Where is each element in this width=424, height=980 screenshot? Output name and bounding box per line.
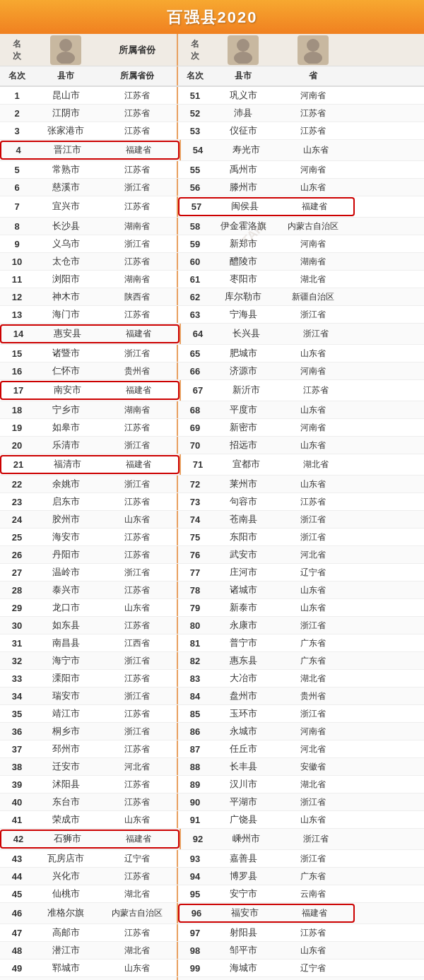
cell-city: 温岭市 bbox=[34, 565, 98, 581]
cell-city2: 闽侯县 bbox=[213, 199, 276, 215]
cell-prov2: 河北省 bbox=[274, 741, 352, 757]
table-row: 16仁怀市贵州省66济源市河南省 bbox=[0, 362, 424, 380]
cell-rank2: 64 bbox=[181, 326, 215, 341]
cell-city2: 海城市 bbox=[212, 960, 274, 976]
table-row: 2江阴市江苏省52沛县江苏省 bbox=[0, 105, 424, 122]
table-row: 27温岭市浙江省77庄河市辽宁省 bbox=[0, 564, 424, 581]
cell-rank: 13 bbox=[0, 307, 34, 322]
cell-prov: 浙江省 bbox=[98, 236, 177, 252]
cell-rank2: 86 bbox=[178, 724, 212, 739]
cell-prov2: 河南省 bbox=[274, 420, 352, 436]
cell-prov2: 贵州省 bbox=[274, 688, 352, 704]
rank2-header-icon: 名次 bbox=[178, 34, 212, 66]
cell-rank2: 81 bbox=[178, 636, 212, 651]
cell-city: 荣成市 bbox=[34, 812, 98, 828]
cell-rank: 5 bbox=[0, 163, 34, 177]
cell-prov: 陕西省 bbox=[98, 289, 177, 305]
cell-prov: 江苏省 bbox=[98, 88, 177, 104]
cell-rank: 33 bbox=[0, 671, 34, 686]
cell-prov: 浙江省 bbox=[98, 565, 177, 581]
cell-city: 潜江市 bbox=[34, 943, 98, 959]
cell-prov2: 新疆自治区 bbox=[274, 289, 352, 305]
cell-city2: 新泰市 bbox=[212, 600, 274, 616]
cell-city2: 济源市 bbox=[212, 363, 274, 379]
cell-city2: 汉川市 bbox=[212, 777, 274, 793]
cell-rank2: 59 bbox=[178, 237, 212, 252]
cell-city: 邳州市 bbox=[34, 741, 98, 757]
cell-city: 瓦房店市 bbox=[34, 851, 98, 867]
cell-rank: 4 bbox=[1, 143, 35, 158]
table-row: 4晋江市福建省54寿光市山东省 bbox=[0, 140, 424, 161]
cell-city: 石狮市 bbox=[35, 831, 99, 847]
table-row: 43瓦房店市辽宁省93嘉善县浙江省 bbox=[0, 850, 424, 868]
cell-city: 丹阳市 bbox=[34, 547, 98, 563]
cell-rank2: 79 bbox=[178, 601, 212, 615]
table-row: 42石狮市福建省92嵊州市浙江省 bbox=[0, 829, 424, 850]
cell-city2: 醴陵市 bbox=[212, 254, 274, 270]
cell-rank: 38 bbox=[0, 760, 34, 774]
rank2-icon-label: 名次 bbox=[191, 38, 199, 62]
person-svg-right bbox=[230, 37, 257, 64]
cell-city: 长沙县 bbox=[34, 218, 98, 235]
cell-rank: 6 bbox=[0, 180, 34, 195]
cell-rank2: 92 bbox=[181, 832, 215, 846]
cell-rank2: 82 bbox=[178, 654, 212, 668]
cell-prov: 浙江省 bbox=[98, 346, 177, 362]
table-row: 3张家港市江苏省53仪征市江苏省 bbox=[0, 122, 424, 140]
cell-city2: 滕州市 bbox=[212, 179, 274, 196]
cell-city2: 大冶市 bbox=[212, 671, 274, 687]
cell-rank: 41 bbox=[0, 813, 34, 827]
cell-prov: 福建省 bbox=[99, 382, 178, 399]
table-row: 34瑞安市浙江省84盘州市贵州省 bbox=[0, 687, 424, 705]
cell-rank2: 94 bbox=[178, 869, 212, 884]
cell-rank2: 61 bbox=[178, 272, 212, 287]
cell-city: 兴化市 bbox=[34, 868, 98, 885]
cell-city: 宜兴市 bbox=[34, 199, 98, 215]
cell-rank: 29 bbox=[0, 601, 34, 615]
table-row: 38迁安市河北省88长丰县安徽省 bbox=[0, 758, 424, 776]
table-row: 33溧阳市江苏省83大冶市湖北省 bbox=[0, 670, 424, 687]
cell-rank: 47 bbox=[0, 926, 34, 940]
cell-city: 海宁市 bbox=[34, 653, 98, 669]
cell-rank: 20 bbox=[0, 438, 34, 453]
cell-prov2: 河南省 bbox=[274, 88, 352, 104]
cell-prov: 江苏省 bbox=[98, 671, 177, 687]
cell-prov: 浙江省 bbox=[98, 724, 177, 740]
cell-prov: 江苏省 bbox=[98, 741, 177, 757]
cell-rank2: 73 bbox=[178, 495, 212, 509]
cell-prov: 江苏省 bbox=[98, 199, 177, 215]
cell-city: 肥西县 bbox=[34, 978, 98, 981]
cell-city2: 平度市 bbox=[212, 402, 274, 418]
cell-prov2: 河南省 bbox=[274, 724, 352, 740]
cell-rank2: 95 bbox=[178, 887, 212, 902]
table-row: 25海安市江苏省75东阳市浙江省 bbox=[0, 529, 424, 546]
cell-rank: 25 bbox=[0, 530, 34, 545]
cell-city: 惠安县 bbox=[35, 326, 99, 342]
cell-rank: 44 bbox=[0, 869, 34, 884]
cell-city: 南昌县 bbox=[34, 635, 98, 651]
cell-city: 如东县 bbox=[34, 618, 98, 634]
cell-city: 福清市 bbox=[35, 456, 99, 473]
cell-prov: 江苏省 bbox=[98, 547, 177, 563]
cell-city2: 安宁市 bbox=[212, 886, 274, 902]
cell-city: 仙桃市 bbox=[34, 886, 98, 902]
cell-prov2: 江苏省 bbox=[277, 382, 355, 399]
column-headers: 名次 县市 所属省份 名次 县市 省 bbox=[0, 66, 424, 87]
cell-rank: 18 bbox=[0, 403, 34, 418]
table-row: 46准格尔旗内蒙古自治区96福安市福建省 bbox=[0, 903, 424, 924]
table-row: 10太仓市江苏省60醴陵市湖南省 bbox=[0, 253, 424, 271]
cell-rank: 8 bbox=[0, 219, 34, 234]
cell-prov2: 山东省 bbox=[274, 600, 352, 616]
cell-prov: 辽宁省 bbox=[98, 851, 177, 867]
cell-rank: 30 bbox=[0, 618, 34, 633]
cell-rank: 11 bbox=[0, 272, 34, 287]
cell-city2: 永康市 bbox=[212, 618, 274, 634]
cell-city2: 枣阳市 bbox=[212, 271, 274, 288]
city2-header-icon bbox=[212, 34, 274, 66]
table-row: 7宜兴市江苏省57闽侯县福建省 bbox=[0, 196, 424, 218]
col-city-label: 县市 bbox=[57, 71, 74, 81]
cell-city2: 新郑市 bbox=[212, 236, 274, 252]
cell-city: 海门市 bbox=[34, 307, 98, 323]
col-header-rank: 名次 bbox=[0, 66, 34, 85]
col-prov-label: 所属省份 bbox=[120, 71, 154, 81]
